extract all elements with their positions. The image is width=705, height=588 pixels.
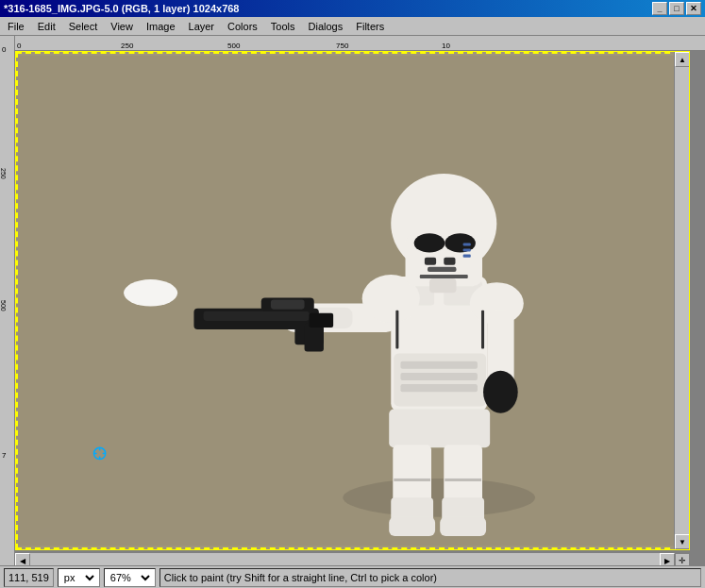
maximize-button[interactable]: □	[669, 2, 684, 15]
zoom-selector[interactable]: 67% 25% 50% 100% 150% 200%	[104, 568, 156, 587]
menu-bar: File Edit Select View Image Layer Colors…	[0, 17, 705, 36]
ruler-h-750: 750	[336, 42, 348, 50]
svg-rect-37	[428, 267, 457, 272]
svg-rect-40	[463, 248, 471, 251]
main-area: 0 250 500 7 0 250 500 750 10	[0, 36, 705, 565]
scrollbar-right: ▲ ▼	[674, 52, 689, 549]
svg-rect-0	[16, 56, 689, 546]
menu-view[interactable]: View	[105, 19, 139, 34]
menu-filters[interactable]: Filters	[350, 19, 390, 34]
svg-rect-42	[429, 278, 457, 293]
menu-file[interactable]: File	[2, 19, 30, 34]
menu-select[interactable]: Select	[63, 19, 104, 34]
ruler-v-250: 250	[0, 168, 7, 179]
ruler-h-10: 10	[442, 42, 450, 50]
svg-rect-27	[271, 299, 305, 309]
window-title: *316-1685_IMG.JPG-5.0 (RGB, 1 layer) 102…	[4, 3, 239, 14]
scroll-right-button[interactable]: ▶	[660, 553, 675, 565]
menu-dialogs[interactable]: Dialogs	[303, 19, 349, 34]
canvas-area[interactable]: ▲ ▼	[15, 51, 690, 550]
ruler-v-7: 7	[2, 451, 6, 460]
minimize-button[interactable]: _	[652, 2, 667, 15]
svg-rect-44	[481, 311, 484, 349]
title-bar: *316-1685_IMG.JPG-5.0 (RGB, 1 layer) 102…	[0, 0, 705, 17]
title-bar-buttons: _ □ ✕	[652, 2, 701, 15]
svg-rect-38	[420, 275, 468, 278]
svg-rect-17	[440, 517, 486, 536]
svg-rect-43	[395, 311, 398, 349]
ruler-h-250: 250	[121, 42, 133, 50]
ruler-v-0: 0	[2, 45, 6, 54]
close-button[interactable]: ✕	[686, 2, 701, 15]
scrollbar-bottom: ◀ ▶ ✛	[15, 552, 690, 565]
svg-rect-13	[389, 517, 435, 536]
menu-layer[interactable]: Layer	[183, 19, 221, 34]
coordinates-display: 111, 519	[4, 568, 54, 587]
svg-rect-15	[445, 479, 481, 481]
svg-rect-36	[444, 258, 455, 265]
svg-rect-9	[389, 410, 490, 448]
hint-text: Click to paint (try Shift for a straight…	[164, 572, 437, 583]
image-canvas[interactable]	[16, 52, 689, 549]
zoom-dropdown[interactable]: 67% 25% 50% 100% 150% 200%	[107, 571, 153, 584]
svg-rect-6	[400, 361, 477, 369]
svg-point-23	[483, 371, 518, 413]
svg-rect-7	[400, 373, 477, 380]
nav-corner-button[interactable]: ✛	[675, 553, 690, 565]
scroll-down-button[interactable]: ▼	[675, 534, 690, 549]
vertical-ruler: 0 250 500 7	[0, 36, 15, 565]
menu-image[interactable]: Image	[141, 19, 181, 34]
svg-point-45	[124, 279, 177, 307]
svg-point-34	[445, 233, 476, 252]
status-bar: 111, 519 px in cm mm 67% 25% 50% 100% 15…	[0, 565, 705, 588]
svg-point-33	[414, 233, 445, 252]
unit-dropdown[interactable]: px in cm mm	[60, 571, 97, 584]
svg-rect-25	[204, 311, 310, 321]
svg-rect-39	[463, 243, 471, 245]
canvas-svg	[16, 52, 689, 549]
ruler-left: 0 250 500 7	[0, 36, 15, 565]
unit-selector[interactable]: px in cm mm	[58, 568, 100, 587]
scroll-up-button[interactable]: ▲	[675, 52, 690, 67]
hint-text-container: Click to paint (try Shift for a straight…	[159, 568, 701, 587]
menu-edit[interactable]: Edit	[32, 19, 61, 34]
scroll-track-v[interactable]	[675, 67, 689, 534]
ruler-h-500: 500	[227, 42, 240, 50]
ruler-v-500: 500	[0, 300, 7, 311]
scroll-track-h[interactable]	[30, 553, 660, 565]
svg-point-1	[343, 479, 535, 517]
cursor-coordinates: 111, 519	[8, 572, 49, 583]
svg-rect-8	[400, 384, 477, 392]
scroll-left-button[interactable]: ◀	[15, 553, 30, 565]
svg-rect-30	[310, 313, 333, 328]
ruler-top: 0 250 500 750 10	[15, 36, 705, 51]
menu-colors[interactable]: Colors	[222, 19, 263, 34]
svg-rect-35	[425, 258, 436, 265]
ruler-h-0: 0	[17, 42, 21, 50]
canvas-wrapper: 0 250 500 750 10	[15, 36, 705, 565]
svg-rect-11	[394, 479, 430, 481]
menu-tools[interactable]: Tools	[265, 19, 301, 34]
svg-rect-41	[463, 255, 471, 258]
